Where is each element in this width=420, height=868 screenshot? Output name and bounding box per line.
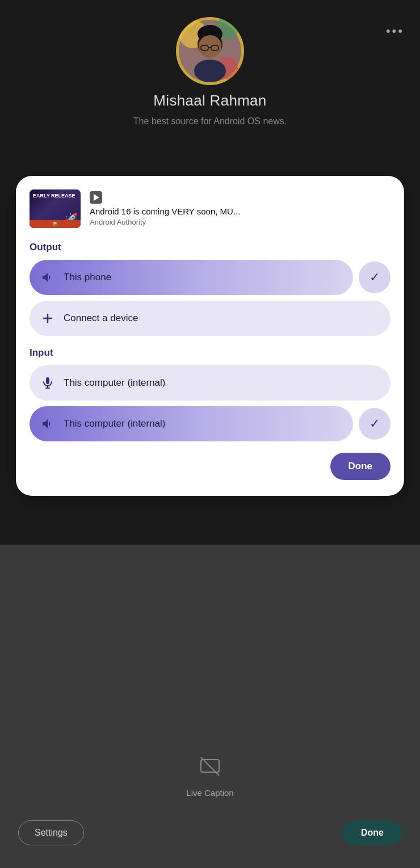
- bottom-buttons: Settings Done: [0, 820, 420, 845]
- thumbnail-label: EARLY RELEASE: [33, 193, 75, 199]
- profile-area: Mishaal Rahman The best source for Andro…: [0, 17, 420, 127]
- input-computer-2-pill[interactable]: This computer (internal): [30, 406, 353, 441]
- svg-rect-12: [46, 377, 49, 384]
- output-option-connect-row[interactable]: Connect a device: [30, 301, 390, 336]
- input-label: Input: [30, 347, 390, 359]
- profile-name: Mishaal Rahman: [153, 92, 266, 109]
- now-playing-info: Android 16 is coming VERY soon, MU... An…: [90, 191, 390, 227]
- check-icon-2: ✓: [369, 416, 380, 431]
- now-playing-row: EARLY RELEASE 🚀 📦 Android 16 is coming V…: [30, 189, 390, 228]
- play-icon-row: [90, 191, 390, 204]
- video-thumbnail: EARLY RELEASE 🚀 📦: [30, 189, 81, 228]
- svg-point-11: [194, 60, 226, 82]
- output-this-phone-check: ✓: [359, 262, 390, 293]
- input-option-2-row[interactable]: This computer (internal) ✓: [30, 406, 390, 441]
- input-section: Input This computer (internal): [30, 347, 390, 441]
- done-button[interactable]: Done: [330, 453, 391, 480]
- video-title: Android 16 is coming VERY soon, MU...: [90, 206, 390, 217]
- output-section: Output This phone ✓: [30, 242, 390, 336]
- check-icon: ✓: [369, 270, 380, 285]
- done-bottom-button[interactable]: Done: [343, 820, 402, 845]
- settings-button[interactable]: Settings: [18, 820, 84, 845]
- live-caption-icon: [199, 755, 221, 782]
- play-icon: [90, 191, 102, 204]
- live-caption-label: Live Caption: [186, 788, 233, 798]
- speaker-2-icon: [41, 417, 54, 431]
- thumbnail-bar: 📦: [30, 220, 81, 228]
- video-channel: Android Authority: [90, 218, 390, 226]
- done-button-row: Done: [30, 453, 390, 480]
- avatar: [176, 17, 244, 85]
- bottom-overlay: Live Caption Settings Done: [0, 545, 420, 868]
- output-connect-label: Connect a device: [64, 313, 138, 324]
- input-option-1-row[interactable]: This computer (internal): [30, 365, 390, 401]
- speaker-icon: [41, 271, 54, 284]
- microphone-icon: [41, 376, 54, 390]
- input-computer-1-pill[interactable]: This computer (internal): [30, 365, 390, 401]
- output-label: Output: [30, 242, 390, 253]
- output-this-phone-label: This phone: [64, 272, 111, 283]
- input-computer-2-check: ✓: [359, 408, 390, 440]
- main-card: EARLY RELEASE 🚀 📦 Android 16 is coming V…: [16, 176, 404, 496]
- output-this-phone-pill[interactable]: This phone: [30, 260, 353, 295]
- output-connect-pill[interactable]: Connect a device: [30, 301, 390, 336]
- input-computer-2-label: This computer (internal): [64, 418, 166, 429]
- input-computer-1-label: This computer (internal): [64, 377, 166, 389]
- profile-subtitle: The best source for Android OS news.: [133, 116, 287, 127]
- output-option-this-phone-row[interactable]: This phone ✓: [30, 260, 390, 295]
- plus-icon: [41, 311, 54, 325]
